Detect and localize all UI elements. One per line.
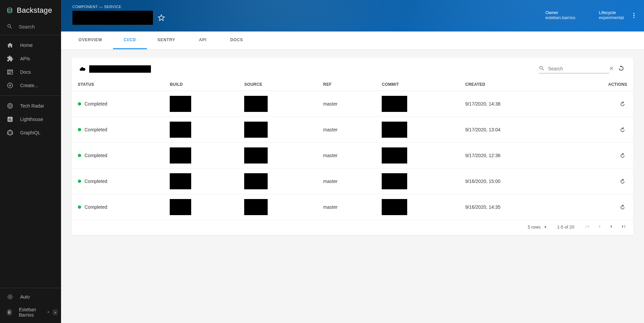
- commit-redacted: [382, 199, 407, 215]
- cell-status: Completed: [72, 117, 164, 143]
- collapse-sidebar-button[interactable]: «: [53, 309, 58, 315]
- tab-api[interactable]: API: [186, 31, 220, 49]
- header-meta: Owner esteban.barrios Lifecycle experime…: [545, 10, 624, 20]
- source-redacted: [244, 96, 268, 112]
- sidebar-item-label: APIs: [20, 56, 30, 61]
- page-header: COMPONENT — SERVICE Owner esteban.barrio…: [61, 0, 644, 31]
- col-created[interactable]: CREATED: [459, 78, 564, 91]
- col-commit[interactable]: COMMIT: [376, 78, 459, 91]
- cell-ref: master: [317, 117, 376, 143]
- cell-ref: master: [317, 169, 376, 194]
- col-status[interactable]: STATUS: [72, 78, 164, 91]
- rows-label: 5 rows: [528, 224, 540, 230]
- sidebar-item-label: GraphiQL: [20, 130, 41, 135]
- content: STATUS BUILD SOURCE REF COMMIT CREATED A…: [61, 50, 644, 323]
- cell-created: 9/17/2020, 12:36: [459, 143, 564, 169]
- commit-redacted: [382, 96, 407, 112]
- tabs: OVERVIEW CI/CD SENTRY API DOCS: [61, 31, 644, 50]
- builds-table: STATUS BUILD SOURCE REF COMMIT CREATED A…: [72, 78, 633, 220]
- retry-button[interactable]: [618, 99, 627, 109]
- cell-created: 9/17/2020, 13:04: [459, 117, 564, 143]
- chevron-up-icon: [46, 310, 51, 315]
- tab-overview[interactable]: OVERVIEW: [68, 31, 113, 49]
- sidebar-item-tech-radar[interactable]: Tech Radar: [0, 99, 61, 113]
- home-icon: [7, 42, 13, 49]
- avatar: E: [7, 309, 12, 316]
- cell-ref: master: [317, 143, 376, 169]
- svg-point-5: [9, 296, 11, 298]
- cell-commit: [376, 117, 459, 143]
- retry-button[interactable]: [618, 125, 627, 134]
- clear-search-button[interactable]: [609, 66, 614, 72]
- col-build[interactable]: BUILD: [164, 78, 238, 91]
- header-menu-button[interactable]: [631, 12, 637, 20]
- retry-icon: [619, 101, 626, 107]
- cell-build: [164, 91, 238, 117]
- cell-actions: [564, 169, 633, 194]
- sidebar-item-docs[interactable]: Docs: [0, 65, 61, 79]
- col-actions: ACTIONS: [564, 78, 633, 91]
- tab-sentry[interactable]: SENTRY: [147, 31, 186, 49]
- refresh-button[interactable]: [616, 64, 626, 74]
- rows-per-page-select[interactable]: 5 rows ▼: [528, 224, 547, 230]
- cell-actions: [564, 91, 633, 117]
- svg-point-7: [633, 15, 634, 16]
- table-row: Completedmaster9/16/2020, 15:00: [72, 169, 633, 194]
- table-search-input[interactable]: [546, 65, 609, 72]
- prev-page-button[interactable]: [596, 223, 602, 231]
- page-title-redacted: [72, 11, 153, 25]
- sidebar-item-graphiql[interactable]: GraphiQL: [0, 126, 61, 139]
- builds-card: STATUS BUILD SOURCE REF COMMIT CREATED A…: [72, 58, 633, 235]
- sidebar-item-home[interactable]: Home: [0, 39, 61, 52]
- sidebar-item-auto[interactable]: Auto: [0, 290, 61, 304]
- user-name: Esteban Barrios: [19, 307, 46, 318]
- favorite-button[interactable]: [158, 14, 165, 21]
- search-icon: [7, 23, 13, 29]
- next-page-button[interactable]: [608, 223, 614, 231]
- table-search[interactable]: [539, 65, 609, 73]
- source-redacted: [244, 147, 268, 164]
- sidebar-item-label: Docs: [20, 69, 31, 75]
- breadcrumb: COMPONENT — SERVICE: [72, 5, 633, 9]
- cell-source: [238, 91, 317, 117]
- lifecycle-label: Lifecycle: [599, 10, 624, 15]
- svg-point-8: [633, 17, 634, 18]
- main: COMPONENT — SERVICE Owner esteban.barrio…: [61, 0, 644, 323]
- sidebar-item-label: Home: [20, 43, 33, 48]
- sidebar-search[interactable]: Search: [0, 21, 61, 35]
- tab-cicd[interactable]: CI/CD: [113, 31, 147, 49]
- cell-build: [164, 194, 238, 220]
- backstage-logo-icon: [6, 7, 13, 14]
- first-page-button[interactable]: [584, 223, 590, 231]
- sidebar-item-lighthouse[interactable]: Lighthouse: [0, 113, 61, 126]
- cell-source: [238, 194, 317, 220]
- first-page-icon: [584, 223, 590, 230]
- cell-ref: master: [317, 194, 376, 220]
- sidebar-item-label: Tech Radar: [20, 103, 44, 109]
- cell-actions: [564, 117, 633, 143]
- cell-build: [164, 143, 238, 169]
- table-footer: 5 rows ▼ 1-5 of 20: [72, 220, 633, 235]
- tab-docs[interactable]: DOCS: [220, 31, 254, 49]
- retry-button[interactable]: [618, 202, 627, 212]
- chevron-right-icon: [608, 223, 614, 230]
- col-ref[interactable]: REF: [317, 78, 376, 91]
- card-title-redacted: [89, 65, 151, 73]
- retry-button[interactable]: [618, 177, 627, 186]
- owner-label: Owner: [545, 10, 576, 15]
- brand-name: Backstage: [17, 6, 52, 15]
- sidebar-item-create[interactable]: Create...: [0, 79, 61, 92]
- cell-created: 9/16/2020, 14:35: [459, 194, 564, 220]
- retry-icon: [619, 204, 626, 210]
- sidebar-user[interactable]: E Esteban Barrios «: [0, 304, 61, 321]
- col-source[interactable]: SOURCE: [238, 78, 317, 91]
- retry-button[interactable]: [618, 151, 627, 160]
- svg-point-4: [10, 106, 11, 107]
- chevron-left-icon: [596, 223, 602, 230]
- sidebar-item-apis[interactable]: APIs: [0, 52, 61, 65]
- search-icon: [539, 65, 545, 72]
- table-row: Completedmaster9/17/2020, 12:36: [72, 143, 633, 169]
- brand[interactable]: Backstage: [0, 0, 61, 21]
- last-page-button[interactable]: [621, 223, 627, 231]
- assessment-icon: [7, 116, 13, 123]
